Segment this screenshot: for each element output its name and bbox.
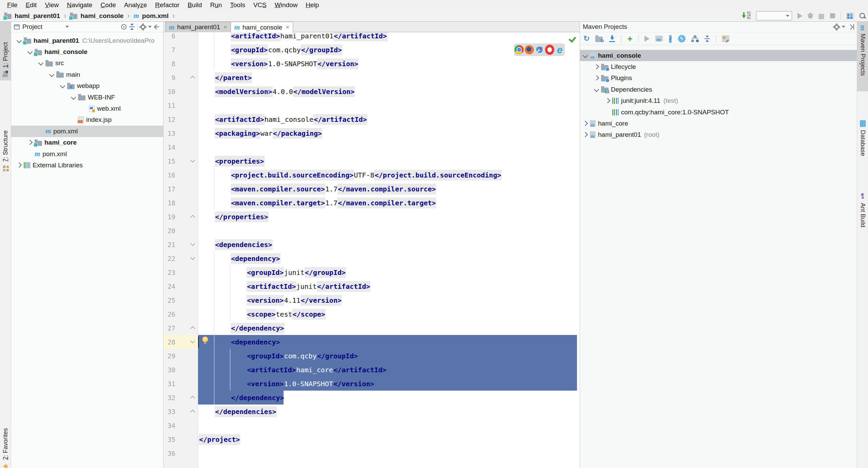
close-icon[interactable]: × — [286, 24, 289, 31]
collapse-all-icon[interactable] — [129, 24, 135, 30]
generate-sources-icon[interactable] — [595, 37, 603, 42]
fold-marker-icon[interactable] — [190, 241, 195, 246]
opera-icon[interactable] — [545, 44, 554, 55]
hide-panel-icon[interactable] — [848, 24, 854, 30]
inspections-ok-icon[interactable] — [569, 35, 576, 42]
maven-row-hami-console[interactable]: mhami_console — [580, 50, 857, 61]
tool-button-structure[interactable]: 7: Structure — [0, 86, 11, 175]
code-line[interactable]: 35</project> — [163, 432, 580, 446]
menu-code[interactable]: Code — [97, 1, 119, 9]
breadcrumb-item-pom[interactable]: pom.xml — [142, 12, 169, 20]
chevron-right-icon[interactable] — [581, 132, 590, 137]
tree-row-webapp[interactable]: webapp — [11, 80, 163, 92]
show-dependencies-icon[interactable] — [691, 35, 699, 42]
chrome-icon[interactable] — [515, 45, 524, 54]
editor-tab-hami-parent01[interactable]: m hami_parent01 × — [165, 22, 231, 32]
gear-icon[interactable] — [834, 24, 839, 30]
chevron-down-icon[interactable] — [581, 53, 590, 58]
code-line[interactable]: 9</parent> — [163, 71, 580, 85]
tool-button-favorites[interactable]: ★2: Favorites — [0, 402, 11, 468]
intention-lightbulb-icon[interactable] — [201, 336, 208, 344]
tree-row-hami-parent01[interactable]: hami_parent01C:\Users\Lenovo\IdeaPro — [11, 35, 163, 46]
breadcrumb-item-console[interactable]: hami_console — [80, 12, 123, 20]
code-line[interactable]: 26<scope>test</scope> — [163, 307, 580, 321]
code-line[interactable]: 14 — [163, 140, 580, 154]
internet-explorer-icon[interactable]: e — [555, 45, 564, 54]
fold-marker-icon[interactable] — [190, 158, 195, 163]
skip-tests-icon[interactable]: ∦ — [669, 34, 672, 43]
code-line[interactable]: 18<maven.compiler.target>1.7</maven.comp… — [163, 196, 580, 210]
maven-row-hami-core-dep[interactable]: com.qcby:hami_core:1.0-SNAPSHOT — [580, 107, 857, 118]
tree-row-pom-xml-parent[interactable]: mpom.xml — [11, 148, 163, 160]
tree-row-src[interactable]: src — [11, 58, 163, 69]
menu-window[interactable]: Window — [271, 1, 302, 9]
update-project-icon[interactable]: 01 10 01 — [742, 12, 751, 20]
collapse-all-icon[interactable] — [705, 36, 710, 42]
reimport-maven-icon[interactable]: ↻ — [583, 35, 590, 42]
chevron-down-icon[interactable] — [69, 95, 78, 100]
debug-button[interactable] — [808, 13, 813, 19]
code-line[interactable]: 12<artifactId>hami_console</artifactId> — [163, 112, 580, 126]
editor-tab-hami-console[interactable]: m hami_console × — [231, 22, 293, 33]
fold-marker-icon[interactable] — [190, 339, 195, 343]
chevron-down-icon[interactable] — [58, 83, 67, 89]
maven-settings-icon[interactable] — [722, 35, 729, 42]
code-line-selected[interactable]: 29<groupId>com.qcby</groupId> — [163, 349, 580, 363]
maven-row-dependencies[interactable]: Dependencies — [580, 84, 857, 95]
maven-row-lifecycle[interactable]: Lifecycle — [580, 61, 857, 72]
fold-marker-icon[interactable] — [190, 76, 195, 80]
maven-row-hami-parent01[interactable]: mhami_parent01(root) — [580, 129, 857, 141]
menu-refactor[interactable]: Refactor — [151, 1, 183, 9]
chevron-down-icon[interactable] — [37, 60, 45, 66]
code-line[interactable]: 16<project.build.sourceEncoding>UTF-8</p… — [163, 168, 580, 182]
menu-tools[interactable]: Tools — [226, 1, 249, 9]
hide-panel-icon[interactable] — [154, 24, 160, 30]
code-line[interactable]: 13<packaging>war</packaging> — [163, 126, 580, 140]
menu-vcs[interactable]: VCS — [250, 1, 270, 9]
menu-file[interactable]: File — [3, 1, 21, 9]
fold-marker-icon[interactable] — [190, 255, 195, 260]
download-sources-icon[interactable] — [609, 35, 615, 42]
tree-row-web-xml[interactable]: web.xml — [11, 103, 163, 114]
gear-icon[interactable] — [140, 24, 146, 30]
tree-row-index-jsp[interactable]: index.jsp — [11, 114, 163, 126]
chevron-right-icon[interactable] — [581, 121, 590, 126]
menu-navigate[interactable]: Navigate — [63, 1, 96, 9]
add-maven-project-icon[interactable]: + — [627, 34, 632, 43]
run-configuration-select[interactable] — [756, 11, 792, 20]
breadcrumb-item-parent[interactable]: hami_parent01 — [15, 12, 60, 20]
tool-button-maven-projects[interactable]: mMaven Projects — [857, 22, 868, 91]
tree-row-external-libraries[interactable]: External Libraries — [11, 160, 163, 171]
tree-row-hami-core[interactable]: hami_core — [11, 137, 163, 148]
code-line[interactable]: 23<groupId>junit</groupId> — [163, 265, 580, 279]
menu-view[interactable]: View — [41, 1, 62, 9]
code-line[interactable]: 6<artifactId>hami_parent01</artifactId> — [163, 32, 580, 43]
code-line[interactable]: 36 — [163, 446, 580, 460]
chevron-down-icon[interactable] — [47, 72, 56, 77]
chevron-down-icon[interactable] — [592, 87, 601, 92]
stop-button[interactable] — [830, 13, 835, 18]
maven-row-junit[interactable]: junit:junit:4.11(test) — [580, 95, 857, 107]
tree-row-web-inf[interactable]: WEB-INF — [11, 92, 163, 103]
chevron-down-icon[interactable] — [65, 26, 69, 28]
fold-marker-icon[interactable] — [190, 326, 195, 331]
menu-edit[interactable]: Edit — [22, 1, 41, 9]
run-button[interactable] — [797, 13, 803, 19]
menu-run[interactable]: Run — [206, 1, 226, 9]
tool-button-ant-build[interactable]: Ant Build — [857, 190, 868, 232]
code-line[interactable]: 27</dependency> — [163, 321, 580, 335]
code-line[interactable]: 15<properties> — [163, 154, 580, 168]
code-line[interactable]: 10<modelVersion>4.0.0</modelVersion> — [163, 85, 580, 98]
tool-button-web[interactable]: Web — [0, 461, 11, 468]
chevron-right-icon[interactable] — [592, 64, 601, 70]
code-line[interactable]: 34 — [163, 418, 580, 432]
fold-marker-icon[interactable] — [190, 215, 195, 220]
code-line[interactable]: 17<maven.compiler.source>1.7</maven.comp… — [163, 182, 580, 196]
chevron-right-icon[interactable] — [592, 75, 601, 81]
code-line-selected[interactable]: 28<dependency> — [163, 335, 580, 349]
chevron-right-icon[interactable] — [603, 98, 612, 104]
locate-file-icon[interactable] — [121, 24, 127, 30]
safari-icon[interactable] — [535, 45, 544, 54]
code-line[interactable]: 33</dependencies> — [163, 405, 580, 418]
close-icon[interactable]: × — [224, 24, 227, 31]
